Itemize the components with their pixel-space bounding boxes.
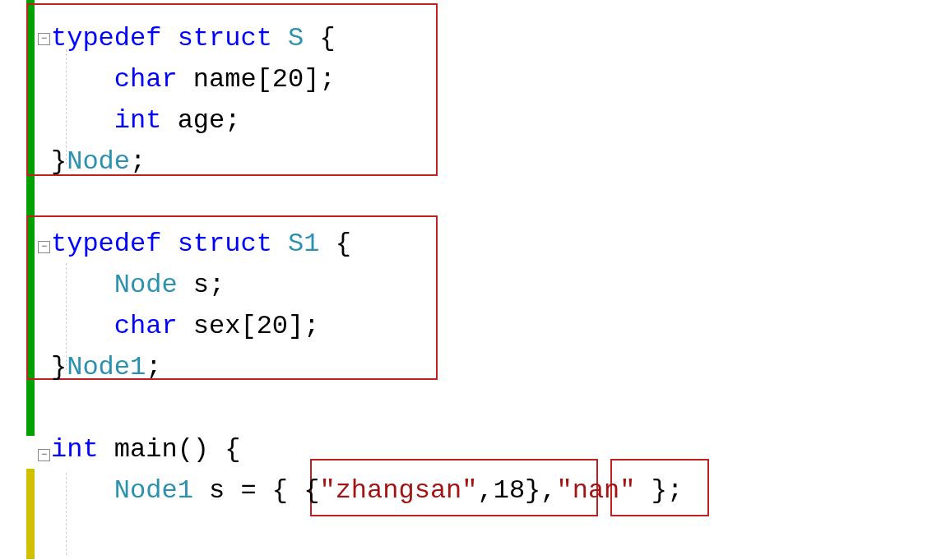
keyword-char: char [114,311,178,341]
string-literal: "zhangsan" [319,475,477,506]
keyword-int: int [114,105,162,136]
change-marker-green [26,0,35,436]
identifier: sex[20]; [178,311,320,341]
code-line: char sex[20]; [51,306,932,347]
identifier: }; [636,475,684,506]
code-line: }Node; [51,141,932,183]
keyword-struct: struct [178,229,272,259]
keyword-struct: struct [178,23,272,53]
fold-icon[interactable] [38,33,50,45]
brace: } [51,352,67,382]
fold-icon[interactable] [38,241,50,253]
identifier: main() { [99,434,241,465]
keyword-int: int [51,434,99,465]
change-marker-yellow [26,469,35,559]
identifier: name[20]; [178,64,336,95]
code-line: Node s; [51,265,932,306]
type-name: S1 [288,229,319,259]
code-line: typedef struct S { [51,18,932,59]
code-line: Node1 s = { {"zhangsan",18},"nan" }; [51,470,932,511]
type-name: Node [67,146,130,177]
code-line: }Node1; [51,347,932,388]
code-editor: typedef struct S { char name[20]; int ag… [0,0,932,560]
type-name: Node [114,270,178,300]
string-literal: "nan" [557,475,636,506]
keyword-char: char [114,64,178,95]
code-line: typedef struct S1 { [51,224,932,265]
identifier: ,18}, [477,475,556,506]
code-area[interactable]: typedef struct S { char name[20]; int ag… [51,0,932,560]
code-line-blank [51,183,932,224]
brace: } [51,146,67,177]
code-line: char name[20]; [51,59,932,100]
identifier: s; [178,270,225,300]
editor-gutter [0,0,51,560]
identifier: s = { { [193,475,320,506]
type-name: S [288,23,304,53]
code-line: int age; [51,100,932,141]
type-name: Node1 [67,352,146,382]
type-name: Node1 [114,475,193,506]
keyword-typedef: typedef [51,23,161,53]
semicolon: ; [130,146,146,177]
semicolon: ; [146,352,161,382]
code-line: int main() { [51,429,932,470]
keyword-typedef: typedef [51,229,161,259]
brace: { [304,23,335,53]
brace: { [319,229,350,259]
fold-icon[interactable] [38,449,50,461]
code-line-blank [51,388,932,429]
identifier: age; [161,105,240,136]
